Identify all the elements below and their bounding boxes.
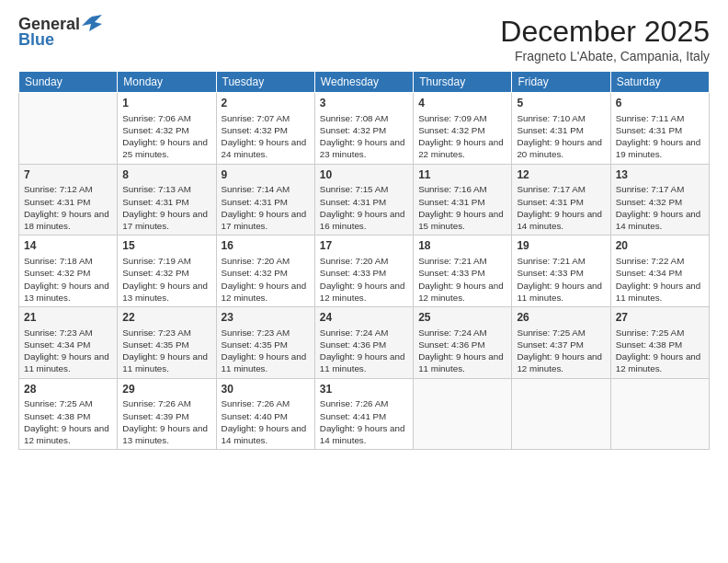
calendar-cell: 5Sunrise: 7:10 AM Sunset: 4:31 PM Daylig…	[512, 93, 610, 165]
day-info: Sunrise: 7:15 AM Sunset: 4:31 PM Dayligh…	[320, 183, 408, 232]
day-info: Sunrise: 7:17 AM Sunset: 4:32 PM Dayligh…	[616, 183, 704, 232]
day-info: Sunrise: 7:16 AM Sunset: 4:31 PM Dayligh…	[418, 183, 506, 232]
day-number: 7	[24, 167, 112, 183]
calendar-cell: 29Sunrise: 7:26 AM Sunset: 4:39 PM Dayli…	[118, 378, 216, 450]
day-info: Sunrise: 7:07 AM Sunset: 4:32 PM Dayligh…	[222, 112, 310, 161]
day-info: Sunrise: 7:18 AM Sunset: 4:32 PM Dayligh…	[24, 255, 112, 304]
day-info: Sunrise: 7:20 AM Sunset: 4:32 PM Dayligh…	[222, 255, 310, 304]
day-number: 23	[222, 310, 310, 326]
header: General Blue December 2025 Fragneto L'Ab…	[18, 15, 710, 63]
day-info: Sunrise: 7:25 AM Sunset: 4:37 PM Dayligh…	[517, 327, 605, 375]
day-info: Sunrise: 7:14 AM Sunset: 4:31 PM Dayligh…	[222, 183, 310, 232]
day-info: Sunrise: 7:23 AM Sunset: 4:35 PM Dayligh…	[222, 327, 310, 375]
calendar-cell: 24Sunrise: 7:24 AM Sunset: 4:36 PM Dayli…	[314, 307, 413, 379]
day-number: 14	[24, 238, 112, 254]
calendar-header-row: Sunday Monday Tuesday Wednesday Thursday…	[19, 72, 710, 93]
day-number: 10	[320, 167, 408, 183]
calendar-cell: 20Sunrise: 7:22 AM Sunset: 4:34 PM Dayli…	[610, 236, 709, 307]
calendar-cell: 4Sunrise: 7:09 AM Sunset: 4:32 PM Daylig…	[414, 93, 512, 165]
day-number: 24	[320, 310, 408, 326]
calendar-cell: 18Sunrise: 7:21 AM Sunset: 4:33 PM Dayli…	[414, 236, 512, 307]
day-info: Sunrise: 7:24 AM Sunset: 4:36 PM Dayligh…	[418, 327, 506, 375]
calendar-cell: 19Sunrise: 7:21 AM Sunset: 4:33 PM Dayli…	[512, 236, 610, 307]
day-info: Sunrise: 7:22 AM Sunset: 4:34 PM Dayligh…	[616, 255, 704, 304]
calendar-table: Sunday Monday Tuesday Wednesday Thursday…	[18, 71, 710, 450]
calendar-cell	[610, 378, 709, 450]
calendar-cell: 14Sunrise: 7:18 AM Sunset: 4:32 PM Dayli…	[19, 236, 118, 307]
location: Fragneto L'Abate, Campania, Italy	[500, 49, 710, 63]
page: General Blue December 2025 Fragneto L'Ab…	[0, 0, 728, 563]
day-info: Sunrise: 7:26 AM Sunset: 4:39 PM Dayligh…	[122, 397, 210, 446]
day-number: 15	[122, 238, 210, 254]
day-number: 9	[222, 167, 310, 183]
calendar-cell: 28Sunrise: 7:25 AM Sunset: 4:38 PM Dayli…	[19, 378, 118, 450]
calendar-cell: 31Sunrise: 7:26 AM Sunset: 4:41 PM Dayli…	[314, 378, 413, 450]
calendar-cell	[19, 93, 118, 165]
day-info: Sunrise: 7:23 AM Sunset: 4:35 PM Dayligh…	[122, 327, 210, 375]
calendar-cell	[512, 378, 610, 450]
calendar-cell: 10Sunrise: 7:15 AM Sunset: 4:31 PM Dayli…	[314, 164, 413, 236]
day-number: 6	[616, 96, 704, 111]
day-number: 17	[320, 238, 408, 254]
calendar-cell: 22Sunrise: 7:23 AM Sunset: 4:35 PM Dayli…	[118, 307, 216, 379]
day-number: 8	[122, 167, 210, 183]
calendar-cell	[414, 378, 512, 450]
calendar-cell: 15Sunrise: 7:19 AM Sunset: 4:32 PM Dayli…	[118, 236, 216, 307]
calendar-cell: 26Sunrise: 7:25 AM Sunset: 4:37 PM Dayli…	[512, 307, 610, 379]
logo: General Blue	[18, 15, 102, 50]
day-info: Sunrise: 7:17 AM Sunset: 4:31 PM Dayligh…	[517, 183, 605, 232]
calendar-cell: 30Sunrise: 7:26 AM Sunset: 4:40 PM Dayli…	[216, 378, 314, 450]
calendar-cell: 8Sunrise: 7:13 AM Sunset: 4:31 PM Daylig…	[118, 164, 216, 236]
day-number: 29	[122, 382, 210, 397]
col-monday: Monday	[118, 72, 216, 93]
calendar-cell: 23Sunrise: 7:23 AM Sunset: 4:35 PM Dayli…	[216, 307, 314, 379]
day-info: Sunrise: 7:21 AM Sunset: 4:33 PM Dayligh…	[418, 255, 506, 304]
day-number: 4	[418, 96, 506, 111]
calendar-week-3: 14Sunrise: 7:18 AM Sunset: 4:32 PM Dayli…	[19, 236, 710, 307]
day-info: Sunrise: 7:12 AM Sunset: 4:31 PM Dayligh…	[24, 183, 112, 232]
calendar-week-4: 21Sunrise: 7:23 AM Sunset: 4:34 PM Dayli…	[19, 307, 710, 379]
day-info: Sunrise: 7:19 AM Sunset: 4:32 PM Dayligh…	[122, 255, 210, 304]
day-number: 16	[222, 238, 310, 254]
day-info: Sunrise: 7:10 AM Sunset: 4:31 PM Dayligh…	[517, 112, 605, 161]
month-title: December 2025	[500, 15, 710, 49]
day-info: Sunrise: 7:23 AM Sunset: 4:34 PM Dayligh…	[24, 327, 112, 375]
day-number: 25	[418, 310, 506, 326]
calendar-cell: 9Sunrise: 7:14 AM Sunset: 4:31 PM Daylig…	[216, 164, 314, 236]
calendar-cell: 7Sunrise: 7:12 AM Sunset: 4:31 PM Daylig…	[19, 164, 118, 236]
calendar-cell: 12Sunrise: 7:17 AM Sunset: 4:31 PM Dayli…	[512, 164, 610, 236]
day-info: Sunrise: 7:26 AM Sunset: 4:40 PM Dayligh…	[222, 397, 310, 446]
day-number: 30	[222, 382, 310, 397]
calendar-cell: 1Sunrise: 7:06 AM Sunset: 4:32 PM Daylig…	[118, 93, 216, 165]
day-info: Sunrise: 7:21 AM Sunset: 4:33 PM Dayligh…	[517, 255, 605, 304]
day-info: Sunrise: 7:08 AM Sunset: 4:32 PM Dayligh…	[320, 112, 408, 161]
day-info: Sunrise: 7:25 AM Sunset: 4:38 PM Dayligh…	[24, 397, 112, 446]
day-number: 1	[122, 96, 210, 111]
day-number: 31	[320, 382, 408, 397]
day-number: 21	[24, 310, 112, 326]
calendar-cell: 16Sunrise: 7:20 AM Sunset: 4:32 PM Dayli…	[216, 236, 314, 307]
svg-marker-0	[82, 15, 102, 31]
col-tuesday: Tuesday	[216, 72, 314, 93]
day-number: 12	[517, 167, 605, 183]
day-info: Sunrise: 7:13 AM Sunset: 4:31 PM Dayligh…	[122, 183, 210, 232]
day-number: 5	[517, 96, 605, 111]
day-number: 2	[222, 96, 310, 111]
col-sunday: Sunday	[19, 72, 118, 93]
calendar-week-2: 7Sunrise: 7:12 AM Sunset: 4:31 PM Daylig…	[19, 164, 710, 236]
calendar-cell: 6Sunrise: 7:11 AM Sunset: 4:31 PM Daylig…	[610, 93, 709, 165]
calendar-cell: 13Sunrise: 7:17 AM Sunset: 4:32 PM Dayli…	[610, 164, 709, 236]
day-info: Sunrise: 7:26 AM Sunset: 4:41 PM Dayligh…	[320, 397, 408, 446]
day-number: 20	[616, 238, 704, 254]
logo-bird-icon	[82, 15, 102, 31]
day-info: Sunrise: 7:06 AM Sunset: 4:32 PM Dayligh…	[122, 112, 210, 161]
day-number: 26	[517, 310, 605, 326]
day-number: 27	[616, 310, 704, 326]
day-number: 19	[517, 238, 605, 254]
calendar-cell: 25Sunrise: 7:24 AM Sunset: 4:36 PM Dayli…	[414, 307, 512, 379]
day-number: 11	[418, 167, 506, 183]
calendar-week-5: 28Sunrise: 7:25 AM Sunset: 4:38 PM Dayli…	[19, 378, 710, 450]
day-number: 3	[320, 96, 408, 111]
day-number: 18	[418, 238, 506, 254]
calendar-cell: 17Sunrise: 7:20 AM Sunset: 4:33 PM Dayli…	[314, 236, 413, 307]
